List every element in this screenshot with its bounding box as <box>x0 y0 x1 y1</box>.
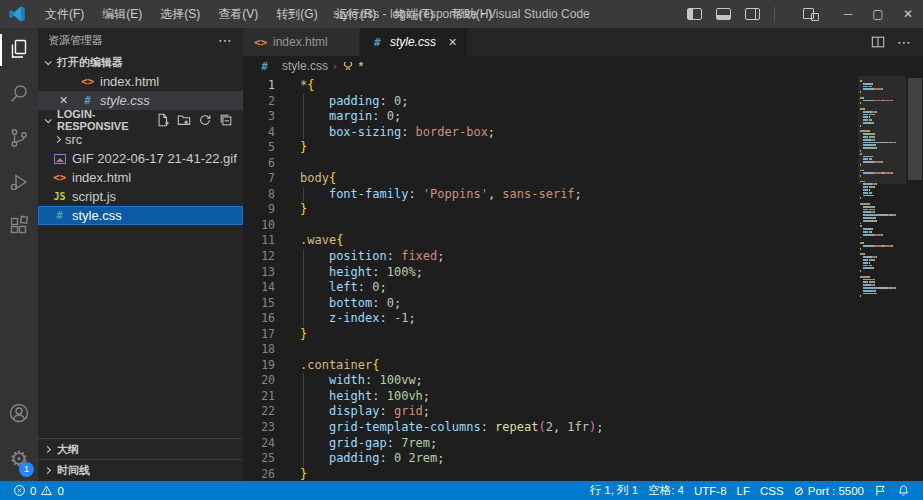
code-line[interactable]: 21 height: 100vh; <box>243 389 858 405</box>
code-line[interactable]: 14 left: 0; <box>243 280 858 296</box>
code-line[interactable]: 22 display: grid; <box>243 404 858 420</box>
code-line[interactable]: 19.container{ <box>243 358 858 374</box>
open-editor-index.html[interactable]: <>index.html <box>38 72 243 91</box>
extensions-icon[interactable] <box>0 204 38 248</box>
html-file-icon: <> <box>80 75 95 88</box>
timeline-section[interactable]: 时间线 <box>38 460 243 481</box>
minimap[interactable] <box>858 76 906 481</box>
tab-bar: <>index.html✕#style.css✕ ⋯ <box>243 28 923 56</box>
menu-item-选择[interactable]: 选择(S) <box>151 0 209 28</box>
code-line[interactable]: 24 grid-gap: 7rem; <box>243 436 858 452</box>
code-line[interactable]: 11.wave{ <box>243 233 858 249</box>
warning-icon <box>40 484 53 497</box>
line-number: 6 <box>243 156 289 172</box>
menu-item-文件[interactable]: 文件(F) <box>36 0 93 28</box>
circle-slash-icon: ⊘ <box>794 485 804 497</box>
line-number: 16 <box>243 311 289 327</box>
source-control-icon[interactable] <box>0 116 38 160</box>
tab-close-icon[interactable]: ✕ <box>448 36 457 49</box>
cursor-position[interactable]: 行 1, 列 1 <box>585 483 644 498</box>
minimize-button[interactable]: ─ <box>833 0 863 28</box>
editor-scrollbar[interactable] <box>906 76 923 481</box>
code-line[interactable]: 23 grid-template-columns: repeat(2, 1fr)… <box>243 420 858 436</box>
code-line[interactable]: 9} <box>243 202 858 218</box>
customize-layout-icon[interactable] <box>803 8 819 21</box>
code-editor[interactable]: 1*{2 padding: 0;3 margin: 0;4 box-sizing… <box>243 76 858 481</box>
new-file-icon[interactable] <box>156 113 170 127</box>
tree-item-index.html[interactable]: <>index.html <box>38 168 243 187</box>
tab-index.html[interactable]: <>index.html✕ <box>243 28 360 56</box>
new-folder-icon[interactable] <box>177 113 191 127</box>
settings-gear-icon[interactable]: ⚙ 1 <box>0 435 38 481</box>
refresh-icon[interactable] <box>198 113 212 127</box>
line-number: 26 <box>243 467 289 481</box>
code-line[interactable]: 13 height: 100%; <box>243 265 858 281</box>
search-icon[interactable] <box>0 72 38 116</box>
code-line[interactable]: 20 width: 100vw; <box>243 373 858 389</box>
run-debug-icon[interactable] <box>0 160 38 204</box>
line-number: 23 <box>243 420 289 436</box>
encoding[interactable]: UTF-8 <box>689 485 732 497</box>
language-mode[interactable]: CSS <box>755 485 789 497</box>
tree-item-src[interactable]: src <box>38 130 243 149</box>
code-line[interactable]: 6 <box>243 156 858 172</box>
code-line[interactable]: 4 box-sizing: border-box; <box>243 125 858 141</box>
feedback-button[interactable] <box>869 484 892 497</box>
open-editors-section[interactable]: 打开的编辑器 <box>38 52 243 72</box>
code-line[interactable]: 8 font-family: 'Poppins', sans-serif; <box>243 187 858 203</box>
breadcrumb-file[interactable]: style.css <box>282 59 328 73</box>
code-line[interactable]: 10 <box>243 218 858 234</box>
code-line[interactable]: 18 <box>243 342 858 358</box>
code-line[interactable]: 5} <box>243 140 858 156</box>
code-line[interactable]: 16 z-index: -1; <box>243 311 858 327</box>
chevron-down-icon <box>45 116 52 123</box>
notifications-button[interactable] <box>892 484 915 497</box>
close-icon[interactable]: ✕ <box>59 94 68 107</box>
explorer-icon[interactable] <box>0 28 38 72</box>
menu-item-编辑[interactable]: 编辑(E) <box>93 0 151 28</box>
breadcrumb-symbol[interactable]: * <box>359 60 363 72</box>
breadcrumb[interactable]: # style.css › * <box>243 56 923 76</box>
code-line[interactable]: 25 padding: 0 2rem; <box>243 451 858 467</box>
eol-sequence[interactable]: LF <box>732 485 755 497</box>
line-number: 7 <box>243 171 289 187</box>
code-line[interactable]: 7body{ <box>243 171 858 187</box>
toggle-panel-icon[interactable] <box>716 8 731 20</box>
maximize-button[interactable]: ▢ <box>863 0 893 28</box>
tree-item-GIF 2022-06-17 21-41-22.gif[interactable]: GIF 2022-06-17 21-41-22.gif <box>38 149 243 168</box>
sidebar-more-actions-icon[interactable]: ⋯ <box>218 32 233 48</box>
toggle-sidebar-icon[interactable] <box>687 8 702 20</box>
line-number: 12 <box>243 249 289 265</box>
tab-style.css[interactable]: #style.css✕ <box>360 28 468 56</box>
error-icon <box>13 484 26 497</box>
live-server-port[interactable]: ⊘ Port : 5500 <box>789 485 869 497</box>
menu-item-转到[interactable]: 转到(G) <box>267 0 326 28</box>
line-number: 14 <box>243 280 289 296</box>
close-button[interactable]: ✕ <box>893 0 923 28</box>
code-line[interactable]: 26} <box>243 467 858 481</box>
code-line[interactable]: 1*{ <box>243 78 858 94</box>
chevron-right-icon <box>44 445 51 452</box>
tree-item-style.css[interactable]: #style.css <box>38 206 243 225</box>
code-line[interactable]: 2 padding: 0; <box>243 94 858 110</box>
tree-item-script.js[interactable]: JSscript.js <box>38 187 243 206</box>
problems-indicator[interactable]: 0 0 <box>8 484 69 497</box>
outline-section[interactable]: 大纲 <box>38 439 243 460</box>
html-file-icon: <> <box>52 171 67 184</box>
code-line[interactable]: 3 margin: 0; <box>243 109 858 125</box>
folder-section[interactable]: LOGIN-RESPONSIVE <box>38 110 243 130</box>
menu-item-查看[interactable]: 查看(V) <box>209 0 267 28</box>
split-editor-icon[interactable] <box>871 35 885 49</box>
code-line[interactable]: 12 position: fixed; <box>243 249 858 265</box>
account-icon[interactable] <box>0 391 38 435</box>
editor-more-actions-icon[interactable]: ⋯ <box>897 34 911 50</box>
line-number: 15 <box>243 296 289 312</box>
toggle-secondary-sidebar-icon[interactable] <box>745 8 760 20</box>
code-line[interactable]: 15 bottom: 0; <box>243 296 858 312</box>
line-number: 18 <box>243 342 289 358</box>
explorer-sidebar: 资源管理器 ⋯ 打开的编辑器 <>index.html✕#style.css L… <box>38 28 243 481</box>
scrollbar-thumb[interactable] <box>908 78 922 180</box>
code-line[interactable]: 17} <box>243 327 858 343</box>
indentation[interactable]: 空格: 4 <box>643 483 689 498</box>
collapse-all-icon[interactable] <box>219 113 233 127</box>
